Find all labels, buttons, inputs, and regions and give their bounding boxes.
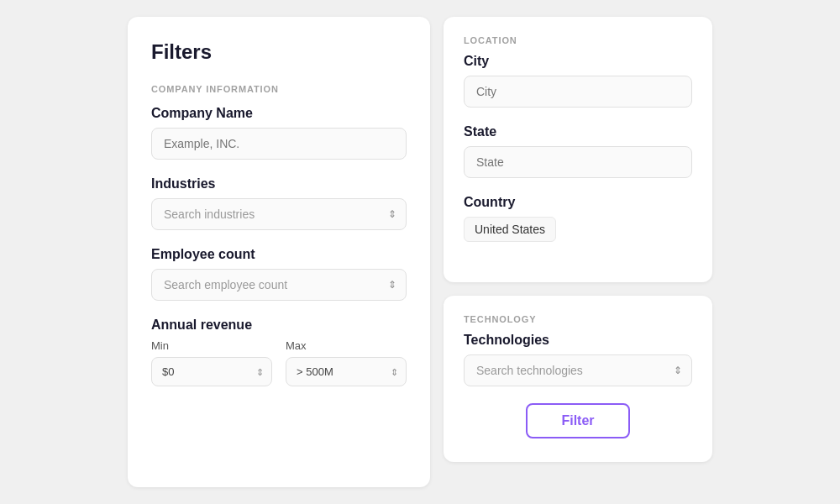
- country-badge: United States: [464, 217, 556, 242]
- revenue-min-label: Min: [151, 339, 272, 352]
- technology-card: TECHNOLOGY Technologies Search technolog…: [444, 296, 712, 462]
- annual-revenue-label: Annual revenue: [151, 318, 407, 333]
- revenue-min-select[interactable]: $0: [151, 357, 272, 386]
- revenue-max-group: Max > 500M ⇕: [286, 339, 407, 386]
- revenue-min-group: Min $0 ⇕: [151, 339, 272, 386]
- revenue-min-wrapper: $0 ⇕: [151, 357, 272, 386]
- city-group: City: [464, 54, 692, 108]
- employee-count-label: Employee count: [151, 247, 407, 262]
- left-card: Filters COMPANY INFORMATION Company Name…: [128, 17, 430, 487]
- employee-count-select[interactable]: Search employee count: [151, 269, 407, 301]
- page-container: Filters COMPANY INFORMATION Company Name…: [0, 0, 840, 504]
- country-value: United States: [475, 223, 545, 236]
- industries-label: Industries: [151, 176, 407, 192]
- country-label: Country: [464, 195, 692, 210]
- industries-group: Industries Search industries ⇕: [151, 176, 407, 230]
- country-group: Country United States: [464, 195, 692, 242]
- revenue-max-select[interactable]: > 500M: [286, 357, 407, 386]
- location-section-label: LOCATION: [464, 35, 692, 45]
- city-label: City: [464, 54, 692, 69]
- filter-button[interactable]: Filter: [526, 403, 629, 438]
- industries-select-wrapper: Search industries ⇕: [151, 198, 407, 230]
- company-section-label: COMPANY INFORMATION: [151, 84, 407, 94]
- technology-section-label: TECHNOLOGY: [464, 314, 692, 324]
- technologies-group: Technologies Search technologies ⇕: [464, 333, 692, 386]
- technologies-select-wrapper: Search technologies ⇕: [464, 354, 692, 386]
- company-name-group: Company Name: [151, 106, 407, 160]
- technologies-label: Technologies: [464, 333, 692, 348]
- annual-revenue-group: Annual revenue Min $0 ⇕ Max > 500M: [151, 318, 407, 386]
- state-label: State: [464, 124, 692, 139]
- revenue-row: Min $0 ⇕ Max > 500M ⇕: [151, 339, 407, 386]
- technologies-select[interactable]: Search technologies: [464, 354, 692, 386]
- state-input[interactable]: [464, 146, 692, 178]
- location-card: LOCATION City State Country United State…: [444, 17, 712, 282]
- revenue-max-wrapper: > 500M ⇕: [286, 357, 407, 386]
- company-name-label: Company Name: [151, 106, 407, 121]
- company-name-input[interactable]: [151, 128, 407, 160]
- industries-select[interactable]: Search industries: [151, 198, 407, 230]
- state-group: State: [464, 124, 692, 178]
- employee-count-group: Employee count Search employee count ⇕: [151, 247, 407, 301]
- filters-title: Filters: [151, 40, 407, 64]
- city-input[interactable]: [464, 76, 692, 108]
- right-column: LOCATION City State Country United State…: [444, 17, 712, 462]
- employee-count-select-wrapper: Search employee count ⇕: [151, 269, 407, 301]
- revenue-max-label: Max: [286, 339, 407, 352]
